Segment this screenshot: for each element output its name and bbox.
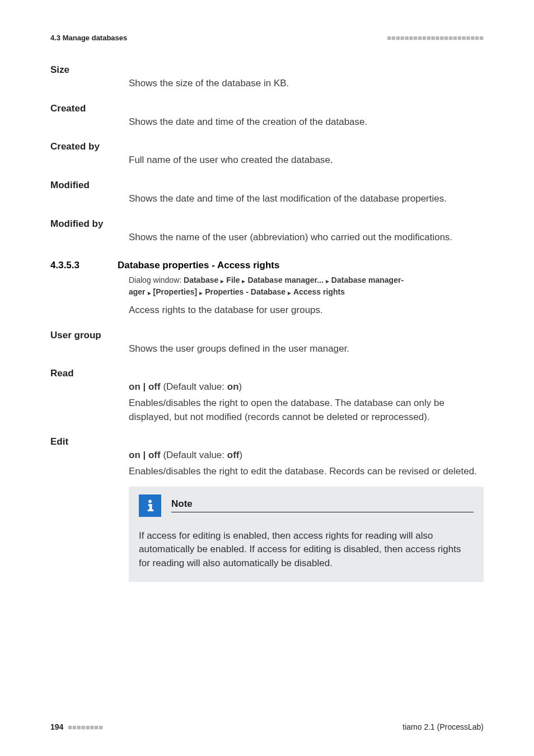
info-icon xyxy=(139,494,161,517)
desc-user-group: Shows the user groups defined in the use… xyxy=(129,342,484,356)
desc-size: Shows the size of the database in KB. xyxy=(129,77,484,91)
desc-created-by: Full name of the user who created the da… xyxy=(129,153,484,167)
path-p5: [Properties] xyxy=(153,287,198,296)
caret-icon: ▸ xyxy=(288,288,291,298)
edit-value-line: on | off (Default value: off) xyxy=(129,449,484,463)
read-default-lead: (Default value: xyxy=(161,381,227,392)
page: 4.3 Manage databases ■■■■■■■■■■■■■■■■■■■… xyxy=(0,0,534,756)
caret-icon: ▸ xyxy=(242,276,245,286)
term-modified: Modified xyxy=(50,180,484,191)
subsection-title: Database properties - Access rights xyxy=(118,260,279,271)
term-modified-by: Modified by xyxy=(50,218,484,230)
read-value-line: on | off (Default value: on) xyxy=(129,380,484,394)
path-p4: Database manager xyxy=(331,276,401,284)
caret-icon: ▸ xyxy=(148,288,151,298)
term-created-by: Created by xyxy=(50,141,484,152)
svg-rect-3 xyxy=(148,510,153,511)
read-sep: | xyxy=(140,381,148,392)
read-default-val: on xyxy=(227,381,239,392)
edit-off: off xyxy=(148,450,161,460)
path-p3: Database manager... xyxy=(247,276,323,284)
edit-sep: | xyxy=(140,450,148,460)
footer-left: 194 ■■■■■■■■ xyxy=(50,722,103,731)
edit-default-lead: (Default value: xyxy=(161,450,227,460)
note-box: Note If access for editing is enabled, t… xyxy=(129,487,484,582)
term-edit: Edit xyxy=(50,436,484,447)
term-read: Read xyxy=(50,368,484,379)
term-size: Size xyxy=(50,64,484,76)
desc-created: Shows the date and time of the creation … xyxy=(129,115,484,129)
desc-edit: Enables/disables the right to edit the d… xyxy=(129,465,484,479)
read-on: on xyxy=(129,381,140,392)
subsection-intro: Access rights to the database for user g… xyxy=(129,304,484,318)
section-ref: 4.3 Manage databases xyxy=(50,34,127,42)
read-off: off xyxy=(148,381,161,392)
edit-default-tail: ) xyxy=(239,450,242,460)
caret-icon: ▸ xyxy=(199,288,203,298)
term-created: Created xyxy=(50,103,484,114)
edit-default-val: off xyxy=(227,450,240,460)
note-header: Note xyxy=(139,494,474,517)
term-user-group: User group xyxy=(50,330,484,341)
subsection-heading: 4.3.5.3 Database properties - Access rig… xyxy=(50,260,484,271)
subsection-number: 4.3.5.3 xyxy=(50,260,118,271)
desc-modified-by: Shows the name of the user (abbreviation… xyxy=(129,231,484,245)
footer-ticks: ■■■■■■■■ xyxy=(68,723,103,731)
desc-read: Enables/disables the right to open the d… xyxy=(129,396,484,424)
note-title: Note xyxy=(171,498,474,512)
desc-modified: Shows the date and time of the last modi… xyxy=(129,192,484,206)
header-ticks: ■■■■■■■■■■■■■■■■■■■■■■ xyxy=(387,34,484,42)
footer-right: tiamo 2.1 (ProcessLab) xyxy=(402,722,484,731)
note-body: If access for editing is enabled, then a… xyxy=(139,529,474,571)
page-header: 4.3 Manage databases ■■■■■■■■■■■■■■■■■■■… xyxy=(50,34,484,42)
read-default-tail: ) xyxy=(239,381,242,392)
path-p2: File xyxy=(226,276,240,284)
path-p7: Access rights xyxy=(293,287,345,296)
page-footer: 194 ■■■■■■■■ tiamo 2.1 (ProcessLab) xyxy=(50,722,484,731)
dialog-lead: Dialog window: xyxy=(129,276,184,284)
path-p6: Properties - Database xyxy=(205,287,285,296)
svg-point-0 xyxy=(148,500,152,503)
page-number: 194 xyxy=(50,722,63,731)
dialog-path: Dialog window: Database▸File▸Database ma… xyxy=(129,274,484,298)
caret-icon: ▸ xyxy=(326,276,329,286)
caret-icon: ▸ xyxy=(221,276,224,286)
path-p1: Database xyxy=(184,276,218,284)
edit-on: on xyxy=(129,450,140,460)
